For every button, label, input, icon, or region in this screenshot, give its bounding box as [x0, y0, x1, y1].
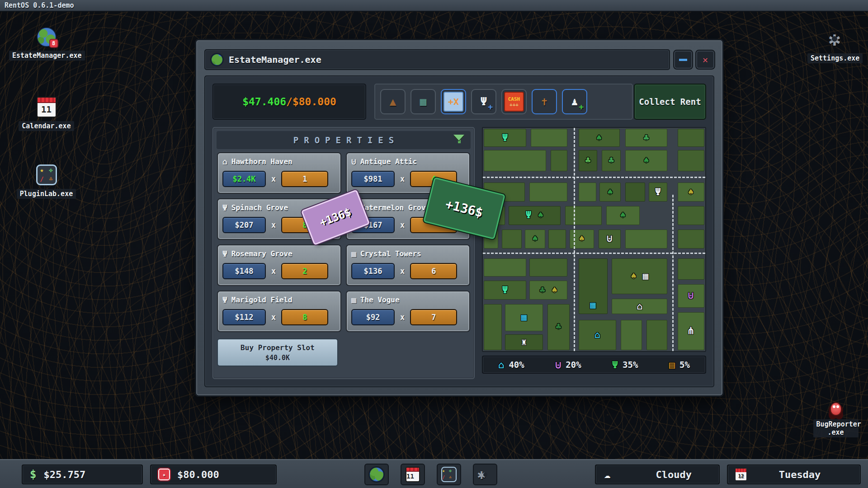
cash-value: $25.757	[43, 469, 85, 480]
icon-label: PluginLab.exe	[17, 189, 76, 199]
collect-rent-button[interactable]: Collect Rent	[634, 84, 706, 120]
weather-widget[interactable]: ☁ Cloudy	[595, 465, 720, 484]
map-parcel[interactable]	[529, 258, 567, 277]
map-parcel[interactable]	[529, 183, 567, 202]
map-parcel[interactable]: Ψ	[484, 129, 526, 147]
map-parcel[interactable]: ♣	[579, 150, 598, 171]
unit-count-button[interactable]: 1	[281, 171, 328, 187]
day-widget[interactable]: 12 Tuesday	[727, 465, 861, 484]
property-card[interactable]: ΨRosemary Grove $148 x 2	[217, 244, 341, 286]
map-parcel[interactable]: ▦	[505, 304, 543, 331]
map-parcel[interactable]	[548, 230, 566, 249]
map-parcel[interactable]: ♠	[625, 150, 667, 171]
map-parcel[interactable]: ♣♠	[529, 281, 567, 300]
rent-price-button[interactable]: $207	[222, 217, 266, 233]
map-parcel[interactable]	[678, 129, 704, 147]
times-label: x	[271, 174, 276, 183]
plant-teal-icon: Ψ	[502, 133, 508, 143]
taskbar-pluginlab-button[interactable]: ★ ✤ / ♣	[437, 464, 461, 485]
map-parcel[interactable]: ♣	[602, 150, 621, 171]
map-parcel[interactable]: ⊎	[678, 284, 704, 308]
hut-icon[interactable]: ▲	[380, 89, 406, 114]
buy-property-slot-button[interactable]: Buy Property Slot $40.0K	[217, 338, 338, 366]
rent-price-button[interactable]: $92	[351, 309, 395, 325]
map-parcel[interactable]	[621, 320, 642, 350]
map-parcel[interactable]	[579, 183, 596, 202]
map-parcel[interactable]: ♣	[547, 304, 570, 350]
map-parcel[interactable]	[565, 206, 602, 225]
map-parcel[interactable]	[531, 129, 567, 147]
map-parcel[interactable]: ♣	[625, 129, 667, 147]
map-parcel[interactable]	[678, 258, 704, 280]
map-parcel[interactable]: Ψ♠	[509, 206, 561, 225]
property-name: Watermelon Grove	[360, 203, 430, 212]
property-card[interactable]: ▦Crystal Towers $136 x 6	[346, 244, 470, 286]
desktop-icon-estatemanager[interactable]: 8 EstateManager.exe	[9, 27, 84, 61]
window-title-bar[interactable]: EstateManager.exe ✕	[204, 49, 714, 70]
map-parcel[interactable]: ⋔	[678, 312, 704, 350]
map-parcel[interactable]	[484, 150, 546, 171]
map-parcel[interactable]	[484, 258, 526, 277]
map-parcel[interactable]	[551, 150, 567, 171]
unit-count-button[interactable]: 8	[281, 309, 328, 325]
map-parcel[interactable]: ⌂	[612, 299, 667, 314]
minimize-button[interactable]	[674, 51, 692, 69]
rent-price-button[interactable]: $148	[222, 263, 266, 279]
legend-value: 5%	[679, 360, 690, 370]
map-parcel[interactable]	[502, 230, 522, 249]
map-parcel[interactable]: ♠	[606, 206, 640, 225]
map-parcel[interactable]	[678, 206, 704, 225]
property-card[interactable]: ⌂Hawthorn Haven $2.4K x 1	[217, 152, 341, 194]
map-parcel[interactable]	[625, 183, 645, 202]
map-parcel[interactable]: ♠	[525, 230, 545, 249]
map-parcel[interactable]: Ψ	[649, 183, 668, 202]
property-name: The Vogue	[360, 296, 400, 304]
map-parcel[interactable]: ⌂	[579, 320, 617, 350]
taskbar-settings-button[interactable]: ✱	[473, 464, 497, 485]
property-type-icon: Ψ	[222, 249, 227, 258]
map-parcel[interactable]: ♠	[678, 183, 704, 202]
unit-count-button[interactable]: 2	[281, 263, 328, 279]
unit-count-button[interactable]: 7	[410, 309, 457, 325]
map-parcel[interactable]: ♜	[505, 334, 543, 350]
add-plant-icon[interactable]: Ψ+	[471, 89, 496, 114]
map-legend: ⌂ 40% ⊎ 20% Ψ 35% ▤ 5%	[482, 356, 706, 374]
add-multiplier-icon[interactable]: +X	[441, 89, 466, 114]
globe-icon	[211, 53, 223, 66]
map-parcel[interactable]: ⊎	[599, 230, 621, 249]
desktop-icon-settings[interactable]: ✱ Settings.exe	[807, 28, 862, 63]
tree-yellow-icon: ♠	[579, 234, 585, 244]
tree-pine-icon: ♠	[538, 211, 543, 220]
rent-price-button[interactable]: $981	[351, 171, 395, 187]
desktop-icon-calendar[interactable]: 11 Calendar.exe	[18, 97, 75, 131]
rent-price-button[interactable]: $136	[351, 263, 395, 279]
map-parcel[interactable]: Ψ	[484, 281, 526, 300]
property-card[interactable]: ΨMarigold Field $112 x 8	[217, 291, 341, 332]
goal-value: $80.000	[177, 469, 219, 480]
taskbar-calendar-button[interactable]: 11	[401, 464, 425, 485]
map-parcel[interactable]: ♠	[599, 183, 621, 202]
property-card[interactable]: ▦The Vogue $92 x 7	[346, 291, 470, 332]
taskbar-estatemanager-button[interactable]	[364, 464, 389, 485]
map-parcel[interactable]	[484, 304, 501, 350]
unit-count-button[interactable]: 6	[410, 263, 457, 279]
map-parcel[interactable]	[646, 320, 668, 350]
map-parcel[interactable]	[678, 150, 704, 171]
add-tenant-icon[interactable]: ♟+	[562, 89, 587, 114]
rent-price-button[interactable]: $2.4K	[222, 171, 266, 187]
scarecrow-icon[interactable]: ✝	[532, 89, 557, 114]
map-parcel[interactable]: ▦	[579, 258, 608, 314]
desktop-icon-pluginlab[interactable]: ★ ✤ / ♣ PluginLab.exe	[16, 164, 77, 199]
filter-icon[interactable]	[453, 135, 465, 145]
close-button[interactable]: ✕	[696, 51, 714, 69]
shop-icon[interactable]: ▦	[410, 89, 436, 114]
window-title-field[interactable]: EstateManager.exe	[204, 49, 670, 70]
cash-machine-icon[interactable]: CASH+++	[501, 89, 527, 114]
desktop-icon-bugreporter[interactable]: BugReporter .exe	[812, 402, 859, 437]
rent-price-button[interactable]: $112	[222, 309, 266, 325]
map-parcel[interactable]: ♠	[579, 129, 620, 147]
map-parcel[interactable]: ♠▦	[612, 258, 667, 294]
calendar-icon: 11	[406, 467, 420, 482]
map-parcel[interactable]	[625, 230, 667, 249]
map-parcel[interactable]	[678, 230, 704, 249]
